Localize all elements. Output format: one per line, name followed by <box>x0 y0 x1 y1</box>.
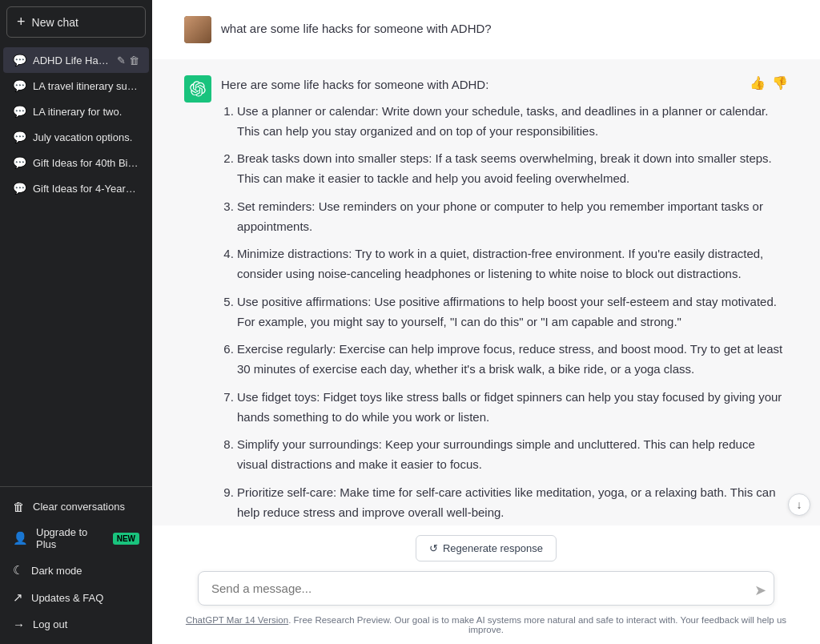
ai-list-item: Prioritize self-care: Make time for self… <box>237 483 788 523</box>
clear-label: Clear conversations <box>33 501 125 513</box>
sidebar-chat-item[interactable]: 💬 Gift Ideas for 40th Birthday <box>3 150 149 175</box>
ai-list-item: Use a planner or calendar: Write down yo… <box>237 102 788 142</box>
chat-bubble-icon: 💬 <box>13 156 26 169</box>
bottom-area: ↺ Regenerate response ➤ ChatGPT Mar 14 V… <box>152 525 820 644</box>
chat-messages: what are some life hacks for someone wit… <box>152 0 820 525</box>
user-message: what are some life hacks for someone wit… <box>152 0 820 59</box>
upgrade-icon: 👤 <box>13 531 28 545</box>
chat-bubble-icon: 💬 <box>13 54 26 66</box>
upgrade-label: Upgrade to Plus <box>36 526 102 550</box>
sidebar-bottom: 🗑 Clear conversations 👤 Upgrade to Plus … <box>0 486 152 644</box>
footer-text: . Free Research Preview. Our goal is to … <box>288 615 786 634</box>
dark-icon: ☾ <box>13 563 23 578</box>
ai-list-item: Use positive affirmations: Use positive … <box>237 292 788 332</box>
sidebar-chat-item[interactable]: 💬 ADHD Life Hacks ✎🗑 <box>3 47 149 73</box>
send-button[interactable]: ➤ <box>754 582 766 599</box>
chat-item-label: July vacation options. <box>33 131 139 143</box>
chat-input[interactable] <box>198 571 774 606</box>
ai-list-item: Use fidget toys: Fidget toys like stress… <box>237 388 788 428</box>
scroll-down-button[interactable]: ↓ <box>788 493 810 516</box>
plus-icon: + <box>17 14 26 30</box>
chat-item-label: ADHD Life Hacks <box>33 54 111 66</box>
new-chat-button[interactable]: + New chat <box>6 6 146 38</box>
trash-icon[interactable]: 🗑 <box>129 54 139 66</box>
chat-item-label: Gift Ideas for 40th Birthday <box>33 157 139 169</box>
dark-label: Dark mode <box>31 565 82 577</box>
main-content: what are some life hacks for someone wit… <box>152 0 820 644</box>
faq-label: Updates & FAQ <box>31 592 103 604</box>
clear-icon: 🗑 <box>13 500 25 513</box>
ai-list: Use a planner or calendar: Write down yo… <box>221 102 788 525</box>
ai-message: Here are some life hacks for someone wit… <box>152 59 820 525</box>
thumbs-up-icon[interactable]: 👍 <box>750 75 766 91</box>
chat-item-label: LA travel itinerary suggestio <box>33 80 139 92</box>
regenerate-button[interactable]: ↺ Regenerate response <box>416 535 557 561</box>
thumbs-down-icon[interactable]: 👎 <box>772 75 788 91</box>
regenerate-label: Regenerate response <box>443 542 543 554</box>
footer-note: ChatGPT Mar 14 Version. Free Research Pr… <box>168 615 804 638</box>
sidebar-bottom-logout[interactable]: → Log out <box>3 611 149 638</box>
ai-list-item: Simplify your surroundings: Keep your su… <box>237 435 788 475</box>
sidebar-bottom-clear[interactable]: 🗑 Clear conversations <box>3 493 149 520</box>
faq-icon: ↗ <box>13 590 23 605</box>
new-badge: NEW <box>113 533 139 545</box>
new-chat-label: New chat <box>32 16 78 29</box>
regenerate-icon: ↺ <box>429 542 438 554</box>
user-message-text: what are some life hacks for someone wit… <box>221 16 492 38</box>
sidebar-bottom-upgrade[interactable]: 👤 Upgrade to Plus NEW <box>3 520 149 557</box>
user-avatar <box>184 16 211 43</box>
chat-item-label: Gift Ideas for 4-Year-Old <box>33 183 139 195</box>
chat-list: 💬 ADHD Life Hacks ✎🗑 💬 LA travel itinera… <box>0 44 152 486</box>
chat-bubble-icon: 💬 <box>13 79 26 92</box>
chat-actions: ✎🗑 <box>117 54 139 66</box>
sidebar-bottom-faq[interactable]: ↗ Updates & FAQ <box>3 584 149 611</box>
chat-bubble-icon: 💬 <box>13 105 26 118</box>
logout-label: Log out <box>33 618 67 630</box>
sidebar-chat-item[interactable]: 💬 July vacation options. <box>3 124 149 150</box>
ai-message-content: Here are some life hacks for someone wit… <box>221 75 788 525</box>
chat-item-label: LA itinerary for two. <box>33 106 139 118</box>
ai-list-item: Set reminders: Use reminders on your pho… <box>237 197 788 237</box>
edit-icon[interactable]: ✎ <box>117 54 126 66</box>
input-row: ➤ <box>198 571 774 609</box>
sidebar-chat-item[interactable]: 💬 LA itinerary for two. <box>3 99 149 124</box>
ai-list-item: Break tasks down into smaller steps: If … <box>237 149 788 189</box>
sidebar: + New chat 💬 ADHD Life Hacks ✎🗑 💬 LA tra… <box>0 0 152 644</box>
ai-list-item: Minimize distractions: Try to work in a … <box>237 244 788 284</box>
ai-avatar <box>184 75 211 103</box>
sidebar-chat-item[interactable]: 💬 Gift Ideas for 4-Year-Old <box>3 175 149 201</box>
sidebar-chat-item[interactable]: 💬 LA travel itinerary suggestio <box>3 73 149 99</box>
chat-bubble-icon: 💬 <box>13 131 26 143</box>
ai-intro-text: Here are some life hacks for someone wit… <box>221 75 788 95</box>
sidebar-bottom-dark[interactable]: ☾ Dark mode <box>3 557 149 584</box>
ai-message-actions: 👍 👎 <box>750 75 788 91</box>
footer-link[interactable]: ChatGPT Mar 14 Version <box>186 615 288 625</box>
logout-icon: → <box>13 618 25 631</box>
chat-bubble-icon: 💬 <box>13 182 26 195</box>
ai-list-item: Exercise regularly: Exercise can help im… <box>237 340 788 380</box>
send-icon: ➤ <box>754 582 766 598</box>
